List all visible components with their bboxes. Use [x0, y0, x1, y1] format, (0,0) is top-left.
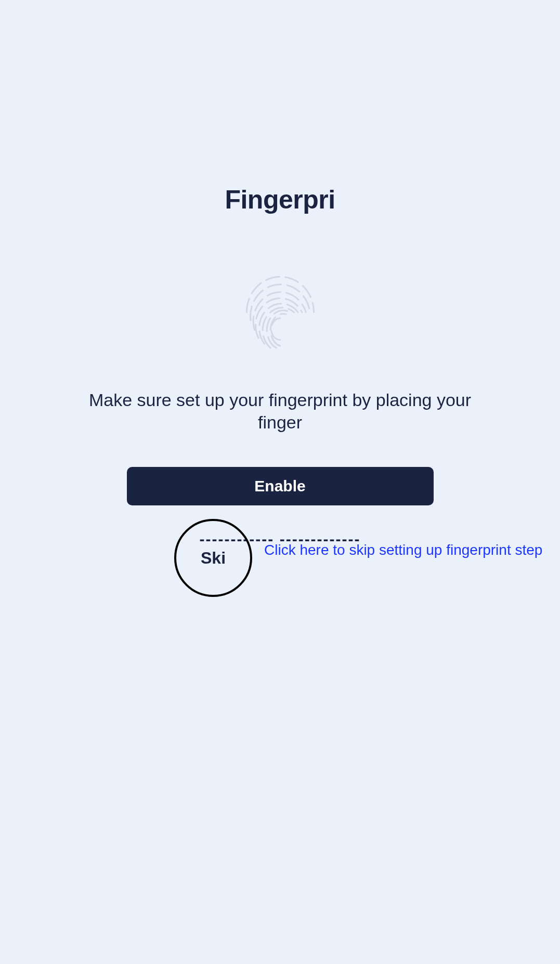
fingerprint-icon: [231, 259, 330, 358]
fingerprint-setup-page: Fingerpri Make sure set up your fingerpr…: [0, 0, 560, 964]
skip-button-label: Ski: [201, 549, 226, 568]
content-column: Fingerpri Make sure set up your fingerpr…: [0, 185, 560, 548]
skip-button[interactable]: Ski: [174, 519, 252, 597]
instruction-text: Make sure set up your fingerprint by pla…: [77, 389, 483, 433]
skip-section: Ski Click here to skip setting up finger…: [0, 519, 560, 602]
enable-button[interactable]: Enable: [127, 467, 434, 505]
skip-hint-text: Click here to skip setting up fingerprin…: [264, 541, 542, 559]
page-title: Fingerpri: [225, 185, 335, 215]
